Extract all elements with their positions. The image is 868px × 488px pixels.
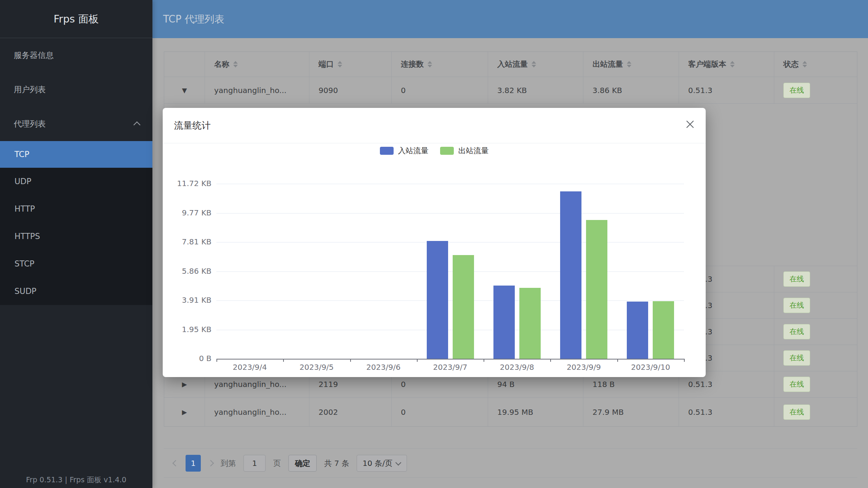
cell-connections: 0 [392,398,488,426]
column-label: 连接数 [401,59,424,69]
y-axis-tick-label: 3.91 KB [158,295,211,305]
y-axis-tick-label: 0 B [158,354,211,363]
cell-client-version: 0.51.3 [679,398,774,426]
table-row[interactable]: ▼ yanghuanglin_ho... 9090 0 3.82 KB 3.86… [164,77,857,104]
x-axis-tick [216,359,217,362]
table-header-row: 名称 端口 连接数 入站流量 出站流量 客户端版本 状态 [164,52,857,77]
x-axis-category-label: 2023/9/4 [216,363,283,372]
sidebar-item-udp[interactable]: UDP [0,168,152,195]
column-header-traffic-out[interactable]: 出站流量 [583,52,679,77]
y-gridline [216,271,684,272]
sidebar-item-label: 代理列表 [14,119,46,129]
frps-dashboard: Frps 面板 服务器信息 用户列表 代理列表 TCP UDP HTTP HTT… [0,0,868,488]
sort-caret-icon[interactable] [338,61,342,67]
bar-outbound [519,288,541,359]
pagination-bar: 1 到第 页 确定 共 7 条 10 条/页 [173,455,407,472]
page-jump-input[interactable] [243,455,266,472]
sidebar-item-stcp[interactable]: STCP [0,250,152,278]
total-count-label: 共 7 条 [324,458,349,469]
x-axis-tick [617,359,618,362]
column-label: 端口 [319,59,334,69]
x-axis-category-label: 2023/9/8 [484,363,551,372]
page-title: TCP 代理列表 [152,13,224,26]
x-axis-category-label: 2023/9/7 [417,363,484,372]
y-axis-tick-label: 1.95 KB [158,325,211,334]
divider [164,477,857,478]
sidebar-item-http[interactable]: HTTP [0,195,152,223]
x-axis-tick [283,359,284,362]
y-axis-tick-label: 7.81 KB [158,237,211,246]
sort-caret-icon[interactable] [730,61,735,67]
bar-outbound [453,255,474,359]
cell-traffic-out: 3.86 KB [583,77,679,103]
page-size-select[interactable]: 10 条/页 [357,455,407,472]
next-page-icon[interactable] [208,460,214,467]
sidebar-item-proxy-list[interactable]: 代理列表 [0,107,152,141]
cell-traffic-in: 3.82 KB [488,77,583,103]
traffic-stats-dialog: 流量统计 入站流量 出站流量 0 B1.95 KB3.91 KB5.86 KB7… [163,108,706,377]
y-axis-tick-label: 9.77 KB [158,208,211,217]
expand-arrow-icon[interactable]: ▼ [182,87,187,94]
bar-outbound [653,301,674,359]
column-header-status[interactable]: 状态 [774,52,857,77]
status-badge: 在线 [783,271,810,287]
cell-port: 9090 [309,77,392,103]
prev-page-icon[interactable] [173,460,179,467]
y-gridline [216,300,684,301]
expand-arrow-icon[interactable]: ▶ [182,408,187,416]
y-gridline [216,213,684,214]
x-axis-line [216,359,684,360]
cell-name: yanghuanglin_ho... [205,398,309,426]
sidebar-item-sudp[interactable]: SUDP [0,278,152,305]
column-header-connections[interactable]: 连接数 [392,52,488,77]
sidebar-nav: 服务器信息 用户列表 代理列表 TCP UDP HTTP HTTPS STCP … [0,38,152,305]
bar-inbound [493,286,515,359]
expand-arrow-icon[interactable]: ▶ [182,380,187,388]
page-size-value: 10 条/页 [362,458,392,469]
y-gridline [216,330,684,330]
bar-inbound [427,241,448,359]
sort-caret-icon[interactable] [233,61,238,67]
status-badge: 在线 [783,83,810,98]
column-header-traffic-in[interactable]: 入站流量 [488,52,583,77]
sidebar-item-user-list[interactable]: 用户列表 [0,72,152,107]
column-label: 状态 [783,59,799,69]
traffic-bar-chart: 0 B1.95 KB3.91 KB5.86 KB7.81 KB9.77 KB11… [163,108,706,377]
status-badge: 在线 [783,405,810,420]
page-number-button[interactable]: 1 [186,455,201,472]
version-footer: Frp 0.51.3 | Frps 面板 v1.4.0 [0,475,152,485]
sort-caret-icon[interactable] [627,61,631,67]
status-badge: 在线 [783,350,810,366]
x-axis-tick [484,359,484,362]
proxy-submenu: TCP UDP HTTP HTTPS STCP SUDP [0,141,152,305]
column-label: 入站流量 [497,59,528,69]
bar-outbound [586,220,607,359]
x-axis-category-label: 2023/9/10 [617,363,684,372]
cell-client-version: 0.51.3 [679,77,774,103]
sort-caret-icon[interactable] [428,61,432,67]
cell-connections: 0 [392,77,488,103]
goto-prefix-label: 到第 [221,458,236,469]
column-header-client-version[interactable]: 客户端版本 [679,52,774,77]
cell-traffic-in: 19.95 MB [488,398,583,426]
column-header-name[interactable]: 名称 [205,52,309,77]
sidebar-item-server-info[interactable]: 服务器信息 [0,38,152,72]
goto-suffix-label: 页 [273,458,281,469]
page-header: TCP 代理列表 [152,0,868,38]
sidebar-item-https[interactable]: HTTPS [0,223,152,250]
y-axis-tick-label: 11.72 KB [158,179,211,188]
chevron-down-icon [396,459,402,466]
confirm-button[interactable]: 确定 [288,455,317,472]
status-badge: 在线 [783,377,810,392]
sort-caret-icon[interactable] [802,61,807,67]
status-badge: 在线 [783,324,810,339]
table-row[interactable]: ▶ yanghuanglin_ho... 2002 0 19.95 MB 27.… [164,398,857,426]
x-axis-tick [550,359,551,362]
cell-port: 2002 [309,398,392,426]
column-header-port[interactable]: 端口 [309,52,392,77]
x-axis-tick [684,359,685,362]
sort-caret-icon[interactable] [532,61,536,67]
sidebar: Frps 面板 服务器信息 用户列表 代理列表 TCP UDP HTTP HTT… [0,0,152,488]
column-header-expand [164,52,205,77]
sidebar-item-tcp[interactable]: TCP [0,141,152,168]
